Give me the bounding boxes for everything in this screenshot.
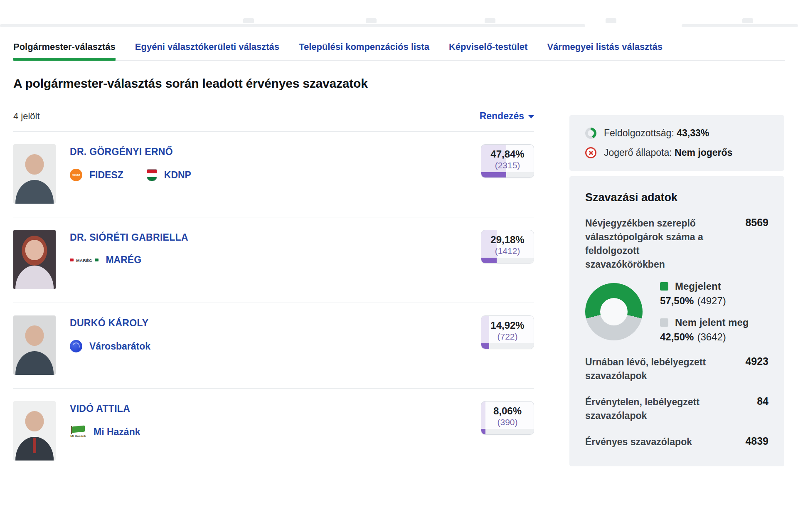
percent-value: 8,06% xyxy=(481,405,534,417)
candidate-name-link[interactable]: DR. GÖRGÉNYI ERNŐ xyxy=(70,146,191,158)
tab-kepviselo-testulet[interactable]: Képviselő-testület xyxy=(449,42,528,60)
tab-telepulesi-kompenzacios[interactable]: Települési kompenzációs lista xyxy=(299,42,429,60)
mareg-logo-icon: MARÉG xyxy=(70,257,99,264)
legend-count: (4927) xyxy=(697,295,726,306)
legend-percent: 42,50% xyxy=(660,331,694,342)
voting-data-title: Szavazási adatok xyxy=(585,191,768,204)
election-type-tab-bar: Polgármester-választás Egyéni választóke… xyxy=(13,42,785,61)
legend-item-present: Megjelent 57,50%(4927) xyxy=(660,281,749,307)
result-box: 8,06% (390) xyxy=(481,401,534,435)
vote-count: (722) xyxy=(481,332,534,342)
result-box: 29,18% (1412) xyxy=(481,230,534,264)
processing-row: Feldolgozottság: 43,33% xyxy=(585,128,768,139)
party-label: KDNP xyxy=(164,170,191,181)
candidate-count: 4 jelölt xyxy=(13,111,40,122)
vote-count: (390) xyxy=(481,417,534,427)
list-header: 4 jelölt Rendezés xyxy=(13,111,534,122)
stat-label: Érvénytelen, lebélyegzett szavazólapok xyxy=(585,395,719,423)
valid-ballots-row: Érvényes szavazólapok 4839 xyxy=(585,435,768,449)
mi-hazank-logo-icon: Mi Hazánk xyxy=(70,426,86,438)
candidate-row: VIDÓ ATTILA Mi Hazánk Mi Hazánk 8,06% (3… xyxy=(13,388,534,474)
percent-bar xyxy=(481,343,534,349)
gray-swatch-icon xyxy=(660,318,668,327)
candidate-photo[interactable] xyxy=(13,315,56,375)
party-label: MARÉG xyxy=(106,254,141,266)
ballots-in-urn-row: Urnában lévő, lebélyegzett szavazólapok … xyxy=(585,355,768,383)
party-mareg: MARÉG MARÉG xyxy=(70,254,141,266)
party-label: FIDESZ xyxy=(89,170,123,181)
party-label: Városbarátok xyxy=(89,341,150,352)
page-title: A polgármester-választás során leadott é… xyxy=(13,76,368,91)
green-swatch-icon xyxy=(660,282,668,291)
party-varosbaratok: Városbarátok xyxy=(70,340,150,352)
percent-bar xyxy=(481,172,534,177)
percent-value: 29,18% xyxy=(481,234,534,246)
sort-label: Rendezés xyxy=(480,111,524,122)
party-kdnp: KDNP xyxy=(147,169,191,181)
candidate-row: DR. SIÓRÉTI GABRIELLA MARÉG MARÉG 29,18%… xyxy=(13,217,534,303)
tab-varmegyei-listas[interactable]: Vármegyei listás választás xyxy=(547,42,663,60)
stat-value: 84 xyxy=(757,395,768,423)
percent-value: 14,92% xyxy=(481,320,534,331)
turnout-donut-chart xyxy=(585,283,643,340)
candidate-photo[interactable] xyxy=(13,401,56,461)
candidate-name-link[interactable]: DR. SIÓRÉTI GABRIELLA xyxy=(70,232,188,243)
party-fidesz: FIDESZ FIDESZ xyxy=(70,169,123,181)
legend-label: Megjelent xyxy=(675,281,721,292)
legend-item-absent: Nem jelent meg 42,50%(3642) xyxy=(660,317,749,343)
candidate-name-link[interactable]: DURKÓ KÁROLY xyxy=(70,318,150,329)
circle-x-icon xyxy=(585,147,596,158)
processing-value: 43,33% xyxy=(677,128,709,138)
registered-voters-label: Névjegyzékben szereplő választópolgárok … xyxy=(585,217,719,271)
legend-count: (3642) xyxy=(697,331,726,342)
tab-polgarmester-valasztas[interactable]: Polgármester-választás xyxy=(13,42,116,60)
varosbaratok-logo-icon xyxy=(70,340,82,352)
registered-voters-value: 8569 xyxy=(745,217,768,271)
percent-bar xyxy=(481,429,534,434)
finality-label: Jogerő állapota: xyxy=(604,147,672,158)
invalid-ballots-row: Érvénytelen, lebélyegzett szavazólapok 8… xyxy=(585,395,768,423)
progress-donut-icon xyxy=(585,128,596,139)
sort-dropdown[interactable]: Rendezés xyxy=(480,111,534,122)
candidate-list: DR. GÖRGÉNYI ERNŐ FIDESZ FIDESZ KDNP 47,… xyxy=(13,131,534,474)
stat-value: 4923 xyxy=(745,355,768,383)
percent-value: 47,84% xyxy=(481,148,534,160)
finality-value: Nem jogerős xyxy=(675,147,732,158)
percent-bar xyxy=(481,258,534,263)
turnout-chart-row: Megjelent 57,50%(4927) Nem jelent meg 42… xyxy=(585,281,768,343)
kdnp-logo-icon xyxy=(147,169,157,181)
tab-egyeni-valasztokeruleti[interactable]: Egyéni választókerületi választás xyxy=(135,42,279,60)
voting-data-box: Szavazási adatok Névjegyzékben szereplő … xyxy=(569,176,784,466)
turnout-legend: Megjelent 57,50%(4927) Nem jelent meg 42… xyxy=(660,281,749,343)
candidate-photo[interactable] xyxy=(13,144,56,204)
chevron-down-icon xyxy=(528,115,534,118)
candidate-row: DURKÓ KÁROLY Városbarátok 14,92% (722) xyxy=(13,303,534,388)
processing-status-box: Feldolgozottság: 43,33% Jogerő állapota:… xyxy=(569,115,784,171)
legend-label: Nem jelent meg xyxy=(675,317,749,328)
vote-count: (2315) xyxy=(481,160,534,170)
result-box: 14,92% (722) xyxy=(481,315,534,349)
result-box: 47,84% (2315) xyxy=(481,144,534,178)
election-results-page: Polgármester-választás Egyéni választóke… xyxy=(0,0,798,532)
fidesz-logo-icon: FIDESZ xyxy=(70,169,82,181)
candidate-name-link[interactable]: VIDÓ ATTILA xyxy=(70,403,140,414)
candidate-row: DR. GÖRGÉNYI ERNŐ FIDESZ FIDESZ KDNP 47,… xyxy=(13,131,534,217)
processing-label: Feldolgozottság: xyxy=(604,128,674,138)
vote-count: (1412) xyxy=(481,246,534,256)
registered-voters-row: Névjegyzékben szereplő választópolgárok … xyxy=(585,217,768,271)
legend-percent: 57,50% xyxy=(660,295,694,306)
finality-row: Jogerő állapota: Nem jogerős xyxy=(585,147,768,158)
party-label: Mi Hazánk xyxy=(94,426,140,438)
candidate-photo[interactable] xyxy=(13,230,56,289)
stat-label: Urnában lévő, lebélyegzett szavazólapok xyxy=(585,355,719,383)
party-mi-hazank: Mi Hazánk Mi Hazánk xyxy=(70,426,140,438)
stat-label: Érvényes szavazólapok xyxy=(585,435,719,449)
stat-value: 4839 xyxy=(745,435,768,449)
